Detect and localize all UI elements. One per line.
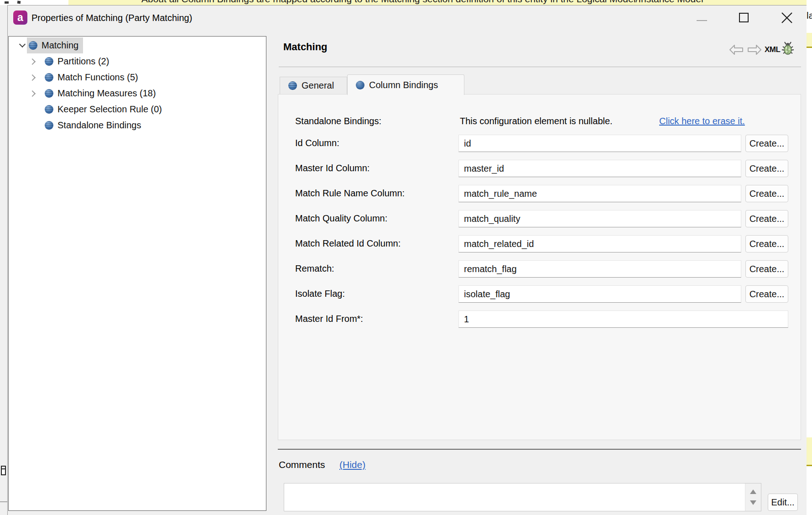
- configuration-tree: Matching Partitions (2) Match Functions …: [8, 36, 266, 511]
- nullable-message: This configuration element is nullable.: [460, 116, 613, 126]
- entity-sphere-icon: [288, 81, 297, 90]
- match-quality-column-input[interactable]: [458, 210, 741, 227]
- field-label: Isolate Flag:: [295, 289, 345, 299]
- header-divider: [279, 67, 801, 67]
- comments-textarea[interactable]: [284, 483, 745, 511]
- chevron-right-icon[interactable]: [29, 74, 36, 81]
- entity-sphere-icon: [45, 73, 53, 82]
- field-label: Id Column:: [295, 138, 339, 148]
- minimize-icon: [697, 20, 707, 21]
- entity-sphere-icon: [29, 41, 37, 50]
- entity-sphere-icon: [45, 57, 53, 66]
- maximize-button[interactable]: [735, 9, 752, 26]
- chevron-down-icon[interactable]: [19, 41, 26, 47]
- minimize-button[interactable]: [692, 15, 711, 26]
- create-button[interactable]: Create...: [745, 235, 788, 252]
- app-logo-letter: a: [17, 11, 23, 23]
- forward-arrow-icon: [747, 44, 762, 56]
- master-id-column-input[interactable]: [458, 160, 741, 177]
- tree-item-label: Keeper Selection Rule (0): [57, 104, 162, 115]
- match-rule-name-column-input[interactable]: [458, 185, 741, 202]
- tree-item-label: Standalone Bindings: [57, 120, 141, 131]
- chevron-right-icon[interactable]: [29, 58, 36, 65]
- field-label: Match Rule Name Column:: [295, 188, 405, 199]
- back-button[interactable]: [729, 44, 744, 58]
- tree-item-partitions[interactable]: Partitions (2): [9, 53, 266, 69]
- properties-dialog: a Properties of Matching (Party Matching…: [7, 5, 807, 515]
- create-button[interactable]: Create...: [745, 260, 788, 278]
- tab-column-bindings[interactable]: Column Bindings: [347, 74, 464, 95]
- field-label: Rematch:: [295, 263, 334, 274]
- tree-item-label: Matching Measures (18): [57, 88, 156, 99]
- tab-general[interactable]: General: [280, 77, 347, 95]
- forward-button[interactable]: [747, 44, 762, 58]
- screen: About all Column Bindings are mapped acc…: [0, 0, 812, 515]
- background-document-text: About all Column Bindings are mapped acc…: [141, 0, 703, 5]
- tab-label: Column Bindings: [369, 80, 438, 90]
- form-row-isolate-flag: Isolate Flag: Create...: [278, 285, 801, 303]
- form-row-rematch: Rematch: Create...: [278, 260, 801, 278]
- background-window-icon-fragment: [1, 466, 6, 475]
- close-icon: [778, 9, 796, 26]
- field-label-standalone-bindings: Standalone Bindings:: [295, 116, 381, 126]
- tree-item-keeper-selection-rule[interactable]: Keeper Selection Rule (0): [9, 101, 266, 117]
- background-divider-fragment: [0, 501, 7, 502]
- background-highlight-fragment: [807, 437, 812, 466]
- form-row-match-related-id-column: Match Related Id Column: Create...: [278, 235, 801, 252]
- background-document-edge: la: [807, 0, 812, 515]
- form-row-id-column: Id Column: Create...: [278, 135, 801, 152]
- tree-item-selection[interactable]: Matching: [27, 37, 83, 53]
- match-related-id-column-input[interactable]: [458, 235, 741, 252]
- create-button[interactable]: Create...: [745, 185, 788, 202]
- comments-divider: [278, 449, 801, 450]
- comments-scrollbar[interactable]: [745, 483, 761, 511]
- tree-item-label: Partitions (2): [57, 56, 109, 67]
- background-document-text: la: [807, 10, 812, 21]
- scroll-down-icon[interactable]: [750, 500, 756, 505]
- create-button[interactable]: Create...: [745, 160, 788, 177]
- isolate-flag-input[interactable]: [458, 285, 741, 303]
- scroll-up-icon[interactable]: [750, 489, 756, 494]
- background-text-fragment: [5, 1, 9, 4]
- background-document-highlight: About all Column Bindings are mapped acc…: [68, 0, 812, 5]
- field-label: Match Quality Column:: [295, 213, 387, 224]
- background-text-fragment: [17, 1, 21, 4]
- debug-bug-icon: [781, 41, 795, 56]
- tree-item-standalone-bindings[interactable]: Standalone Bindings: [9, 117, 266, 133]
- erase-link[interactable]: Click here to erase it.: [659, 116, 745, 126]
- page-title: Matching: [283, 41, 328, 53]
- entity-sphere-icon: [45, 121, 53, 130]
- background-window-edge: [0, 5, 7, 515]
- tree-item-label: Matching: [42, 40, 78, 51]
- tree-item-matching[interactable]: Matching: [9, 37, 266, 53]
- tree-item-match-functions[interactable]: Match Functions (5): [9, 69, 266, 85]
- rematch-input[interactable]: [458, 260, 741, 278]
- background-highlight-fragment: [807, 33, 812, 48]
- master-id-from-input[interactable]: [458, 310, 788, 328]
- debug-button[interactable]: [781, 41, 795, 58]
- window-title: Properties of Matching (Party Matching): [31, 13, 192, 23]
- app-logo-icon: a: [13, 11, 27, 25]
- xml-button[interactable]: XML: [765, 45, 780, 54]
- edit-comments-button[interactable]: Edit...: [768, 494, 798, 511]
- form-row-master-id-from: Master Id From*:: [278, 310, 801, 328]
- form-row-match-quality-column: Match Quality Column: Create...: [278, 210, 801, 227]
- field-label: Master Id Column:: [295, 163, 370, 173]
- column-bindings-form: Standalone Bindings: This configuration …: [278, 94, 801, 440]
- field-label: Match Related Id Column:: [295, 238, 401, 249]
- create-button[interactable]: Create...: [745, 135, 788, 152]
- close-button[interactable]: [778, 9, 796, 26]
- field-label: Master Id From*:: [295, 314, 363, 324]
- entity-sphere-icon: [45, 89, 53, 98]
- create-button[interactable]: Create...: [745, 285, 788, 303]
- back-arrow-icon: [729, 44, 744, 56]
- form-row-match-rule-name-column: Match Rule Name Column: Create...: [278, 185, 801, 202]
- id-column-input[interactable]: [458, 135, 741, 152]
- tree-item-label: Match Functions (5): [57, 72, 138, 83]
- hide-comments-link[interactable]: (Hide): [339, 459, 365, 470]
- tree-item-matching-measures[interactable]: Matching Measures (18): [9, 85, 266, 101]
- create-button[interactable]: Create...: [745, 210, 788, 227]
- tab-label: General: [302, 80, 334, 91]
- maximize-icon: [739, 13, 749, 22]
- chevron-right-icon[interactable]: [29, 90, 36, 97]
